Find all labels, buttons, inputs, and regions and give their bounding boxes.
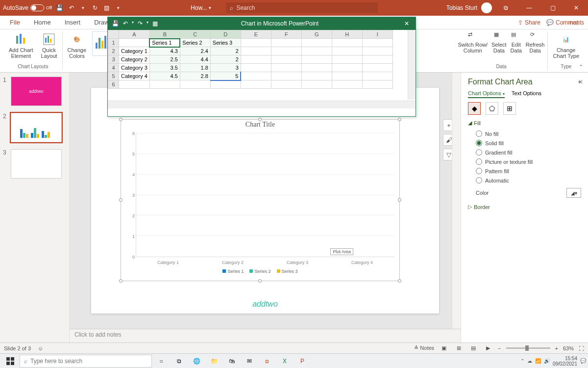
minimize-icon[interactable]: — [519, 0, 539, 16]
accessibility-icon[interactable]: ☺ [38, 345, 43, 351]
border-section-header[interactable]: ▷Border [468, 204, 581, 210]
chart-options-tab[interactable]: Chart Options ▾ [468, 90, 505, 98]
cortana-icon[interactable]: ○ [153, 354, 170, 368]
edit-data-icon: ▤ [511, 31, 521, 41]
quick-layout-button[interactable]: Quick Layout [39, 31, 59, 60]
tab-home[interactable]: Home [28, 16, 57, 29]
excel-redo-icon[interactable]: ↷ [138, 20, 143, 27]
maximize-icon[interactable]: ▢ [543, 0, 563, 16]
slide-thumbnail-1[interactable]: addtwo [11, 77, 62, 106]
file-explorer-icon[interactable]: 📁 [206, 354, 222, 368]
chart-object[interactable]: Chart Title 0 1 2 3 4 5 6 [121, 119, 400, 281]
fill-section-header[interactable]: ◢Fill [468, 120, 581, 126]
fit-to-window-icon[interactable]: ⛶ [579, 345, 584, 351]
change-chart-type-button[interactable]: 📊Change Chart Type [551, 31, 581, 60]
user-name[interactable]: Tobias Sturt [446, 4, 477, 11]
slide-thumbnail-3[interactable] [11, 149, 62, 179]
slide-sorter-icon[interactable]: ⊞ [454, 344, 464, 352]
picture-fill-radio[interactable]: Picture or texture fill [468, 157, 581, 166]
excel-scrollbar-vertical[interactable] [408, 30, 416, 100]
user-avatar-icon[interactable]: ☻ [481, 2, 492, 13]
ribbon-display-icon[interactable]: ⧉ [496, 0, 515, 16]
format-pane-close-icon[interactable]: ✕ [578, 79, 583, 85]
effects-tab-icon[interactable]: ⬠ [486, 102, 498, 115]
excel-undo-icon[interactable]: ↶ [123, 20, 128, 27]
save-icon[interactable]: 💾 [56, 4, 64, 12]
zoom-in-icon[interactable]: + [555, 345, 558, 351]
excel-scrollbar-horizontal[interactable] [108, 101, 416, 108]
slide-counter[interactable]: Slide 2 of 3 [4, 345, 31, 351]
edge-icon[interactable]: 🌐 [188, 354, 205, 368]
x-axis-labels: Category 1Category 2Category 3Category 4 [136, 260, 394, 265]
edit-data-button[interactable]: ▤Edit Data [511, 31, 522, 53]
slide[interactable]: Chart Title 0 1 2 3 4 5 6 [91, 88, 439, 314]
share-button[interactable]: ⇪Share [518, 19, 540, 26]
zoom-slider[interactable] [506, 347, 550, 349]
normal-view-icon[interactable]: ▣ [439, 344, 449, 352]
tab-insert[interactable]: Insert [59, 16, 87, 29]
undo-dropdown-icon[interactable]: ▾ [79, 4, 87, 12]
chart-title[interactable]: Chart Title [121, 121, 399, 129]
automatic-fill-radio[interactable]: Automatic [468, 176, 581, 185]
group-data: ⇄Switch Row/ Column ▦Select Data ▤Edit D… [455, 31, 548, 70]
gradient-fill-radio[interactable]: Gradient fill [468, 148, 581, 157]
text-options-tab[interactable]: Text Options [512, 90, 541, 98]
plot-area[interactable] [136, 133, 394, 257]
refresh-data-button[interactable]: ⟳Refresh Data [526, 31, 545, 53]
slideshow-view-icon[interactable]: ▶ [483, 344, 493, 352]
canvas-scrollbar[interactable] [452, 73, 461, 329]
autosave-toggle[interactable]: AutoSave Off [3, 4, 52, 11]
task-view-icon[interactable]: ⧉ [171, 354, 187, 368]
comments-button[interactable]: 💬Comments [546, 19, 584, 26]
present-icon[interactable]: ▧ [103, 4, 111, 12]
collapse-ribbon-icon[interactable]: ⌃ [579, 64, 583, 70]
add-chart-element-button[interactable]: Add Chart Element [7, 31, 35, 60]
search-icon: ⌕ [24, 358, 27, 365]
notes-input[interactable]: Click to add notes [70, 329, 461, 342]
switch-row-column-button[interactable]: ⇄Switch Row/ Column [458, 31, 488, 53]
excel-grid[interactable]: ABCDEFGHI 1Series 1Series 2Series 3 2Cat… [108, 30, 416, 108]
how-dropdown[interactable]: How... ▾ [191, 4, 211, 11]
no-fill-radio[interactable]: No fill [468, 129, 581, 138]
select-data-button[interactable]: ▦Select Data [491, 31, 507, 53]
close-icon[interactable]: ✕ [566, 0, 586, 16]
mail-icon[interactable]: ✉ [241, 354, 258, 368]
powerpoint-taskbar-icon[interactable]: P [294, 354, 311, 368]
reading-view-icon[interactable]: ▤ [468, 344, 478, 352]
volume-icon[interactable]: 🔊 [544, 358, 550, 364]
pattern-fill-radio[interactable]: Pattern fill [468, 166, 581, 176]
taskbar-search[interactable]: ⌕Type here to search [20, 355, 152, 368]
onedrive-icon[interactable]: ☁ [527, 358, 532, 364]
fill-line-tab-icon[interactable]: ◆ [468, 102, 481, 115]
size-properties-tab-icon[interactable]: ⊞ [503, 102, 516, 115]
zoom-level[interactable]: 63% [563, 345, 574, 351]
office-icon[interactable]: ⧈ [259, 354, 275, 368]
undo-icon[interactable]: ↶ [68, 4, 75, 12]
excel-chart-icon[interactable]: ▦ [152, 20, 158, 27]
qat-more-icon[interactable]: ▾ [115, 4, 122, 12]
tray-chevron-icon[interactable]: ⌃ [520, 358, 524, 364]
solid-fill-radio[interactable]: Solid fill [468, 138, 581, 148]
notes-toggle[interactable]: ≙ Notes [414, 345, 434, 351]
chart-legend[interactable]: Series 1 Series 2 Series 3 [121, 269, 399, 274]
svg-rect-13 [23, 133, 25, 138]
zoom-out-icon[interactable]: − [498, 345, 501, 351]
excel-close-icon[interactable]: ✕ [402, 20, 412, 27]
clock[interactable]: 15:5409/02/2021 [553, 356, 577, 367]
format-pane-title: Format Chart Area [468, 78, 533, 86]
redo-icon[interactable]: ↻ [91, 4, 99, 12]
slide-thumbnail-2[interactable] [11, 113, 62, 142]
wifi-icon[interactable]: 📶 [535, 358, 541, 364]
search-input[interactable]: ⌕ Search [226, 2, 378, 13]
store-icon[interactable]: 🛍 [223, 354, 240, 368]
change-colors-button[interactable]: 🎨 Change Colors [66, 31, 89, 60]
excel-taskbar-icon[interactable]: X [276, 354, 293, 368]
excel-save-icon[interactable]: 💾 [112, 20, 119, 27]
group-label: Data [496, 64, 506, 70]
plot-area-tooltip: Plot Area [330, 248, 353, 255]
fill-color-picker[interactable]: ◢▾ [566, 188, 581, 198]
tab-file[interactable]: File [4, 16, 26, 29]
format-chart-area-pane: Format Chart Area▾ ✕ Chart Options ▾ Tex… [461, 73, 588, 342]
start-button[interactable] [2, 354, 19, 368]
notifications-icon[interactable]: 💬 [580, 358, 586, 364]
